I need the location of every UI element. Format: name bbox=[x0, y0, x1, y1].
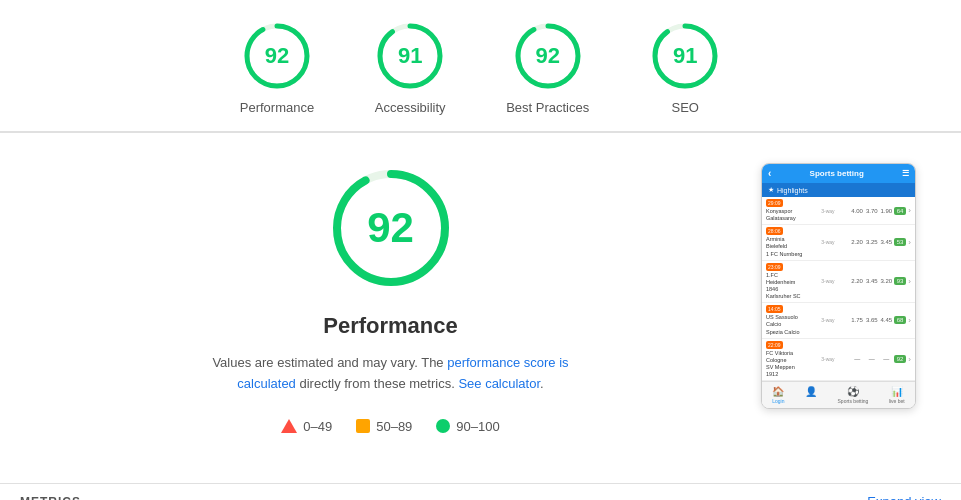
phone-header: ‹ Sports betting ☰ bbox=[762, 164, 915, 183]
match-info-1: 28:06 Arminia Bielefeld1 FC Nurnberg bbox=[766, 227, 806, 257]
match-odds-4: ——— bbox=[850, 356, 894, 362]
match-score-4: 92 bbox=[894, 355, 907, 363]
green-circle-icon bbox=[436, 419, 450, 433]
match-time-1: 28:06 bbox=[766, 227, 783, 235]
legend-green: 90–100 bbox=[436, 419, 499, 434]
match-teams-2: 1.FC Heidenheim 1846Karlsruher SC bbox=[766, 272, 806, 301]
match-arrow-1: › bbox=[908, 238, 911, 247]
red-triangle-icon bbox=[281, 419, 297, 433]
score-performance: 92 Performance bbox=[240, 20, 314, 115]
match-arrow-0: › bbox=[908, 206, 911, 215]
match-teams-3: US Sassuolo CalcioSpezia Calcio bbox=[766, 314, 806, 335]
left-panel: 92 Performance Values are estimated and … bbox=[60, 163, 721, 463]
match-row-1: 28:06 Arminia Bielefeld1 FC Nurnberg 3-w… bbox=[762, 225, 915, 260]
legend-green-range: 90–100 bbox=[456, 419, 499, 434]
phone-menu-icon[interactable]: ☰ bbox=[902, 169, 909, 178]
desc-suffix: . bbox=[540, 376, 544, 391]
match-arrow-3: › bbox=[908, 316, 911, 325]
expand-view-button[interactable]: Expand view bbox=[867, 494, 941, 500]
star-icon: ★ bbox=[768, 186, 774, 194]
big-performance-circle: 92 bbox=[326, 163, 456, 293]
match-type-1: 3-way bbox=[806, 239, 850, 245]
match-teams-0: KonyasporGalatasaray bbox=[766, 208, 806, 222]
match-row-3: 14:05 US Sassuolo CalcioSpezia Calcio 3-… bbox=[762, 303, 915, 338]
performance-title: Performance bbox=[323, 313, 458, 339]
score-label-performance: Performance bbox=[240, 100, 314, 115]
match-type-2: 3-way bbox=[806, 278, 850, 284]
match-time-0: 29:09 bbox=[766, 199, 783, 207]
match-arrow-4: › bbox=[908, 355, 911, 364]
calc-link[interactable]: See calculator bbox=[458, 376, 540, 391]
score-label-seo: SEO bbox=[672, 100, 699, 115]
footer-live-label: live bet bbox=[889, 398, 905, 404]
match-odds-2: 2.203.453.20 bbox=[850, 278, 894, 284]
footer-user[interactable]: 👤 bbox=[805, 386, 817, 404]
desc-text-1: Values are estimated and may vary. The bbox=[212, 355, 447, 370]
bottom-bar: METRICS Expand view bbox=[0, 483, 961, 500]
match-odds-0: 4.003.701.90 bbox=[850, 208, 894, 214]
match-time-4: 22:09 bbox=[766, 341, 783, 349]
big-score-value: 92 bbox=[367, 204, 414, 252]
match-type-0: 3-way bbox=[806, 208, 850, 214]
match-odds-1: 2.203.253.45 bbox=[850, 239, 894, 245]
highlights-label: Highlights bbox=[777, 187, 808, 194]
score-circle-best-practices: 92 bbox=[512, 20, 584, 92]
match-teams-1: Arminia Bielefeld1 FC Nurnberg bbox=[766, 236, 806, 257]
score-value-seo: 91 bbox=[673, 43, 697, 69]
footer-login-label: Login bbox=[772, 398, 784, 404]
legend-orange-range: 50–89 bbox=[376, 419, 412, 434]
score-best-practices: 92 Best Practices bbox=[506, 20, 589, 115]
legend: 0–49 50–89 90–100 bbox=[281, 419, 499, 434]
match-type-4: 3-way bbox=[806, 356, 850, 362]
phone-highlights: ★ Highlights bbox=[762, 183, 915, 197]
footer-live[interactable]: 📊 live bet bbox=[889, 386, 905, 404]
score-value-best-practices: 92 bbox=[535, 43, 559, 69]
right-panel: ‹ Sports betting ☰ ★ Highlights 29:09 Ko… bbox=[761, 163, 921, 463]
match-arrow-2: › bbox=[908, 277, 911, 286]
match-row-2: 23:09 1.FC Heidenheim 1846Karlsruher SC … bbox=[762, 261, 915, 304]
match-score-2: 93 bbox=[894, 277, 907, 285]
phone-header-title: Sports betting bbox=[810, 169, 864, 178]
footer-sports[interactable]: ⚽ Sports betting bbox=[838, 386, 869, 404]
score-value-performance: 92 bbox=[265, 43, 289, 69]
desc-text-2: directly from these metrics. bbox=[296, 376, 459, 391]
score-label-best-practices: Best Practices bbox=[506, 100, 589, 115]
match-info-0: 29:09 KonyasporGalatasaray bbox=[766, 199, 806, 222]
performance-description: Values are estimated and may vary. The p… bbox=[201, 353, 581, 395]
match-score-1: 53 bbox=[894, 238, 907, 246]
match-row-4: 22:09 FC Viktoria CologneSV Meppen 1912 … bbox=[762, 339, 915, 382]
match-info-2: 23:09 1.FC Heidenheim 1846Karlsruher SC bbox=[766, 263, 806, 301]
main-content: 92 Performance Values are estimated and … bbox=[0, 133, 961, 483]
score-accessibility: 91 Accessibility bbox=[374, 20, 446, 115]
score-value-accessibility: 91 bbox=[398, 43, 422, 69]
match-time-2: 23:09 bbox=[766, 263, 783, 271]
sports-icon: ⚽ bbox=[847, 386, 859, 397]
match-score-3: 68 bbox=[894, 316, 907, 324]
match-info-4: 22:09 FC Viktoria CologneSV Meppen 1912 bbox=[766, 341, 806, 379]
home-icon: 🏠 bbox=[772, 386, 784, 397]
user-icon: 👤 bbox=[805, 386, 817, 397]
orange-square-icon bbox=[356, 419, 370, 433]
footer-login[interactable]: 🏠 Login bbox=[772, 386, 784, 404]
legend-orange: 50–89 bbox=[356, 419, 412, 434]
match-row-0: 29:09 KonyasporGalatasaray 3-way 4.003.7… bbox=[762, 197, 915, 225]
scores-bar: 92 Performance 91 Accessibility 92 Best … bbox=[0, 0, 961, 132]
phone-footer: 🏠 Login 👤 ⚽ Sports betting 📊 live bet bbox=[762, 381, 915, 408]
score-circle-accessibility: 91 bbox=[374, 20, 446, 92]
live-icon: 📊 bbox=[891, 386, 903, 397]
legend-red-range: 0–49 bbox=[303, 419, 332, 434]
score-seo: 91 SEO bbox=[649, 20, 721, 115]
score-circle-performance: 92 bbox=[241, 20, 313, 92]
phone-back-icon[interactable]: ‹ bbox=[768, 168, 771, 179]
match-time-3: 14:05 bbox=[766, 305, 783, 313]
legend-red: 0–49 bbox=[281, 419, 332, 434]
score-label-accessibility: Accessibility bbox=[375, 100, 446, 115]
match-score-0: 64 bbox=[894, 207, 907, 215]
footer-sports-label: Sports betting bbox=[838, 398, 869, 404]
phone-mockup: ‹ Sports betting ☰ ★ Highlights 29:09 Ko… bbox=[761, 163, 916, 409]
match-teams-4: FC Viktoria CologneSV Meppen 1912 bbox=[766, 350, 806, 379]
match-type-3: 3-way bbox=[806, 317, 850, 323]
metrics-label: METRICS bbox=[20, 495, 81, 501]
score-circle-seo: 91 bbox=[649, 20, 721, 92]
match-odds-3: 1.753.654.45 bbox=[850, 317, 894, 323]
